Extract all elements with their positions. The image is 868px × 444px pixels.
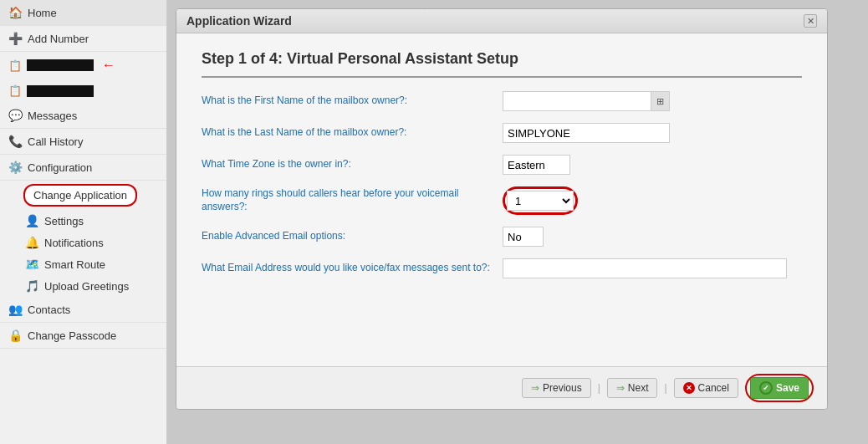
sidebar-item-home[interactable]: 🏠 Home — [0, 0, 166, 26]
save-button-wrapper: ✓ Save — [745, 374, 814, 402]
last-name-control: SIMPLYONE — [503, 123, 670, 143]
sidebar-item-label: Messages — [28, 110, 77, 122]
settings-icon: 👤 — [25, 214, 39, 227]
next-button[interactable]: ⇒ Next — [607, 378, 658, 398]
add-icon: ➕ — [8, 32, 23, 45]
sidebar-redacted-1: 📋 ← — [0, 52, 166, 79]
sidebar-item-contacts[interactable]: 👥 Contacts — [0, 297, 166, 323]
change-application-highlight: Change Application — [23, 184, 137, 207]
sidebar: 🏠 Home ➕ Add Number 📋 ← 📋 💬 Messages 📞 C… — [0, 0, 167, 444]
call-history-icon: 📞 — [8, 135, 23, 148]
first-name-input[interactable] — [503, 92, 651, 110]
sidebar-icon: 📋 — [8, 59, 22, 72]
dialog-title: Application Wizard — [186, 14, 292, 28]
dialog-body: Step 1 of 4: Virtual Personal Assistant … — [176, 33, 827, 366]
cancel-icon: ✕ — [683, 382, 695, 394]
arrow-icon: ← — [102, 58, 115, 73]
first-name-label[interactable]: What is the First Name of the mailbox ow… — [202, 94, 503, 108]
sidebar-item-label: Configuration — [28, 161, 92, 174]
advanced-email-row: Enable Advanced Email options: No Yes — [202, 227, 802, 247]
sidebar-item-change-passcode[interactable]: 🔒 Change Passcode — [0, 323, 166, 349]
timezone-label[interactable]: What Time Zone is the owner in?: — [202, 158, 503, 171]
redacted-bar-1 — [27, 59, 94, 71]
rings-control: 1 2 3 4 5 6 — [503, 186, 670, 215]
sidebar-item-add-number[interactable]: ➕ Add Number — [0, 26, 166, 52]
timezone-row: What Time Zone is the owner in?: Eastern… — [202, 155, 802, 175]
dialog-title-bar: Application Wizard ✕ — [176, 9, 827, 33]
messages-icon: 💬 — [8, 109, 23, 122]
first-name-row: What is the First Name of the mailbox ow… — [202, 91, 802, 111]
rings-row: How many rings should callers hear befor… — [202, 186, 802, 215]
next-arrow-icon: ⇒ — [616, 382, 625, 394]
redacted-bar-2 — [27, 85, 94, 97]
first-name-input-wrapper: ⊞ — [503, 91, 670, 111]
home-icon: 🏠 — [8, 6, 23, 19]
save-button[interactable]: ✓ Save — [750, 377, 809, 399]
separator-2: | — [664, 382, 666, 394]
sidebar-icon2: 📋 — [8, 84, 22, 97]
email-row: What Email Address would you like voice/… — [202, 258, 802, 278]
email-input[interactable] — [503, 258, 787, 278]
sidebar-item-label: Settings — [44, 215, 84, 227]
last-name-row: What is the Last Name of the mailbox own… — [202, 123, 802, 143]
main-area: Application Wizard ✕ Step 1 of 4: Virtua… — [167, 0, 868, 444]
previous-button[interactable]: ⇒ Previous — [522, 378, 591, 398]
sidebar-redacted-2: 📋 — [0, 79, 166, 103]
sidebar-item-label: Call History — [28, 135, 83, 148]
smart-route-icon: 🗺️ — [25, 258, 39, 271]
sidebar-item-configuration[interactable]: ⚙️ Configuration — [0, 155, 166, 181]
last-name-input[interactable]: SIMPLYONE — [503, 123, 670, 143]
sidebar-item-label: Contacts — [28, 304, 70, 316]
rings-label[interactable]: How many rings should callers hear befor… — [202, 187, 503, 213]
advanced-email-label[interactable]: Enable Advanced Email options: — [202, 230, 503, 243]
previous-label: Previous — [543, 382, 582, 394]
passcode-icon: 🔒 — [8, 329, 23, 342]
cancel-button[interactable]: ✕ Cancel — [674, 378, 738, 398]
advanced-email-control: No Yes — [503, 227, 670, 247]
sidebar-item-settings[interactable]: 👤 Settings — [18, 210, 166, 232]
email-control — [503, 258, 787, 278]
last-name-label[interactable]: What is the Last Name of the mailbox own… — [202, 126, 503, 140]
application-wizard-dialog: Application Wizard ✕ Step 1 of 4: Virtua… — [176, 8, 828, 410]
sidebar-item-label: Change Passcode — [28, 329, 116, 342]
sidebar-item-call-history[interactable]: 📞 Call History — [0, 129, 166, 155]
contacts-icon: 👥 — [8, 303, 23, 316]
configuration-icon: ⚙️ — [8, 161, 23, 174]
rings-highlight: 1 2 3 4 5 6 — [503, 186, 578, 215]
notifications-icon: 🔔 — [25, 236, 39, 249]
timezone-select[interactable]: Eastern Central Mountain Pacific — [503, 155, 570, 175]
sidebar-item-notifications[interactable]: 🔔 Notifications — [18, 232, 166, 253]
email-label[interactable]: What Email Address would you like voice/… — [202, 262, 503, 275]
sidebar-item-label: Home — [28, 7, 57, 19]
sidebar-item-messages[interactable]: 💬 Messages — [0, 103, 166, 129]
sidebar-item-smart-route[interactable]: 🗺️ Smart Route — [18, 253, 166, 275]
upload-greetings-icon: 🎵 — [25, 279, 39, 293]
sidebar-item-label: Add Number — [28, 33, 89, 45]
next-label: Next — [628, 382, 649, 394]
dialog-close-button[interactable]: ✕ — [804, 14, 817, 28]
sidebar-item-change-application[interactable]: Change Application — [18, 181, 166, 210]
save-label: Save — [776, 382, 799, 394]
grid-icon[interactable]: ⊞ — [651, 92, 669, 110]
timezone-select-wrapper: Eastern Central Mountain Pacific — [503, 155, 570, 175]
separator-1: | — [598, 382, 600, 394]
dialog-footer: ⇒ Previous | ⇒ Next | ✕ Cancel ✓ Save — [176, 366, 827, 409]
save-check-icon: ✓ — [759, 381, 773, 395]
sidebar-item-label: Notifications — [44, 237, 104, 249]
advanced-email-select[interactable]: No Yes — [503, 227, 544, 247]
sidebar-item-label: Change Application — [33, 189, 127, 202]
previous-arrow-icon: ⇒ — [531, 382, 539, 394]
first-name-control: ⊞ — [503, 91, 670, 111]
sidebar-sub-menu: Change Application 👤 Settings 🔔 Notifica… — [0, 181, 166, 297]
step-title: Step 1 of 4: Virtual Personal Assistant … — [202, 50, 802, 78]
cancel-label: Cancel — [698, 382, 729, 394]
timezone-control: Eastern Central Mountain Pacific — [503, 155, 670, 175]
sidebar-item-label: Upload Greetings — [44, 280, 129, 293]
sidebar-item-label: Smart Route — [44, 258, 105, 271]
sidebar-item-upload-greetings[interactable]: 🎵 Upload Greetings — [18, 275, 166, 297]
advanced-email-select-wrapper: No Yes — [503, 227, 544, 247]
rings-select[interactable]: 1 2 3 4 5 6 — [507, 191, 574, 211]
